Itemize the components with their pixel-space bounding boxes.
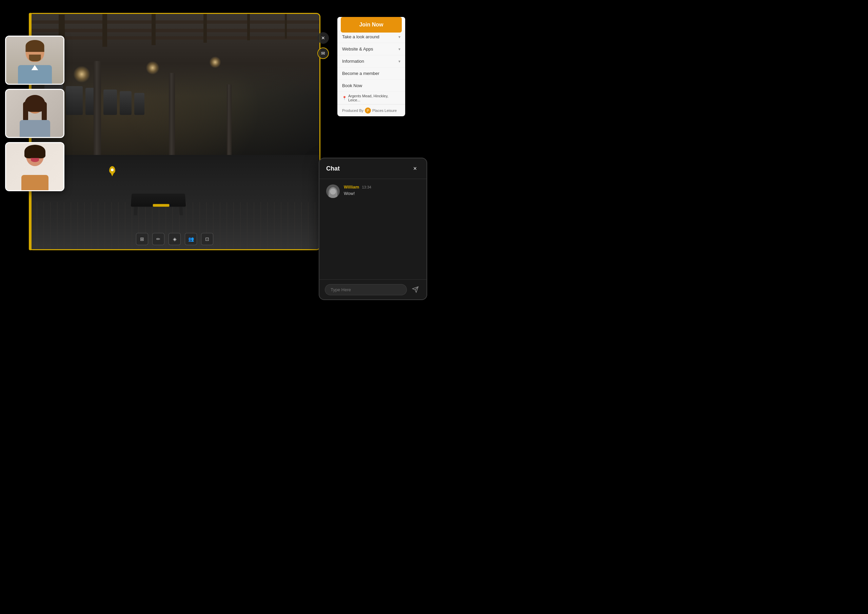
p3-body [22, 175, 48, 190]
participant-2-video [6, 90, 64, 137]
beam-5 [247, 14, 250, 40]
chat-message-0: William 13:34 Wow! [326, 185, 420, 198]
p2-body [20, 120, 50, 137]
p1-body [18, 65, 52, 84]
chat-send-button[interactable] [409, 284, 421, 295]
participant-3-video [6, 143, 64, 190]
menu-item-information[interactable]: Information ▾ [337, 55, 405, 67]
treadmill-4 [104, 90, 117, 115]
avatar-figure [329, 187, 337, 198]
p2-head [26, 95, 43, 113]
location-address: Argents Mead, Hinckley, Leice... [348, 94, 400, 102]
toolbar-people-btn[interactable]: 👥 [185, 233, 197, 245]
brand-name: Places Leisure [372, 109, 397, 113]
message-text: Wow! [344, 191, 371, 196]
join-now-button[interactable]: Join Now [341, 17, 402, 33]
menu-item-website-apps[interactable]: Website & Apps ▾ [337, 43, 405, 55]
p1-hair [25, 40, 44, 52]
menu-item-label: Information [342, 59, 364, 64]
menu-item-take-a-look[interactable]: Take a look around ▾ [337, 31, 405, 43]
menu-item-become-member[interactable]: Become a member [337, 67, 405, 80]
participant-1-face [25, 42, 44, 62]
chevron-down-icon: ▾ [398, 34, 400, 39]
message-meta: William 13:34 [344, 185, 371, 189]
p2-hair-long-left [23, 102, 28, 122]
message-content: William 13:34 Wow! [344, 185, 371, 198]
p2-hair-long-right [42, 102, 47, 122]
menu-item-label: Book Now [342, 83, 362, 88]
beam-4 [203, 14, 207, 43]
p1-head [25, 42, 44, 62]
chat-header: Chat × [319, 158, 426, 179]
menu-item-label: Become a member [342, 71, 380, 76]
bench-leg-1 [133, 207, 138, 216]
crossbeam-3 [30, 36, 319, 40]
produced-by-label: Produced By [342, 109, 363, 113]
places-leisure-logo: P Places Leisure [365, 107, 397, 113]
crossbeam-1 [30, 20, 319, 24]
chat-avatar [326, 185, 340, 198]
beam-2 [102, 14, 107, 47]
chat-input[interactable] [325, 284, 407, 295]
chat-panel: Chat × William 13:34 Wow! [319, 158, 427, 300]
menu-footer: Produced By P Places Leisure [337, 104, 405, 116]
p3-mouth [31, 158, 39, 162]
message-time: 13:34 [362, 185, 371, 189]
menu-item-book-now[interactable]: Book Now [337, 80, 405, 92]
menu-item-label: Website & Apps [342, 47, 373, 51]
menu-item-label: Take a look around [342, 34, 380, 39]
participant-1-video [6, 37, 64, 84]
location-pin-icon: 📍 [342, 96, 347, 100]
video-feed-2 [5, 89, 64, 138]
beam-3 [152, 14, 156, 45]
message-username: William [344, 185, 359, 189]
treadmill-5 [120, 91, 132, 115]
panorama-toolbar: ⊞ ✏ ◈ 👥 ⊡ [136, 233, 213, 245]
p1-beard [29, 54, 41, 61]
gym-background: ⊞ ✏ ◈ 👥 ⊡ [30, 14, 319, 249]
panorama-view[interactable]: ⊞ ✏ ◈ 👥 ⊡ [29, 13, 321, 250]
crossbeam-2 [30, 29, 319, 32]
p3-hair [25, 145, 45, 158]
treadmill-6 [134, 93, 144, 115]
beam-6 [285, 14, 287, 39]
p3-head [26, 146, 44, 166]
toolbar-grid-btn[interactable]: ⊞ [136, 233, 148, 245]
weight-bench [130, 194, 186, 207]
video-feeds-container [5, 36, 64, 191]
location-marker[interactable] [108, 166, 116, 174]
avatar-head [330, 189, 336, 195]
light-1 [73, 66, 90, 83]
location-info: 📍 Argents Mead, Hinckley, Leice... [337, 92, 405, 104]
video-feed-1 [5, 36, 64, 85]
video-feed-3 [5, 142, 64, 191]
location-pin [109, 166, 115, 174]
light-2 [146, 61, 160, 74]
toolbar-extra-btn[interactable]: ⊡ [201, 233, 213, 245]
places-icon: P [365, 107, 371, 113]
chevron-down-icon: ▾ [398, 59, 400, 64]
treadmill-2 [66, 86, 83, 115]
chat-title: Chat [326, 165, 340, 172]
p1-collar [31, 65, 38, 70]
close-button[interactable]: ✕ [317, 32, 329, 44]
chevron-down-icon: ▾ [398, 47, 400, 51]
email-button[interactable]: ✉ [317, 48, 329, 59]
bench-leg-2 [179, 207, 183, 216]
location-pin-inner [111, 169, 113, 171]
chat-close-button[interactable]: × [410, 164, 420, 173]
bench-accent [153, 204, 169, 207]
toolbar-layers-btn[interactable]: ◈ [169, 233, 181, 245]
chat-messages-area: William 13:34 Wow! [319, 179, 426, 279]
toolbar-draw-btn[interactable]: ✏ [152, 233, 164, 245]
chat-input-area [319, 279, 426, 299]
